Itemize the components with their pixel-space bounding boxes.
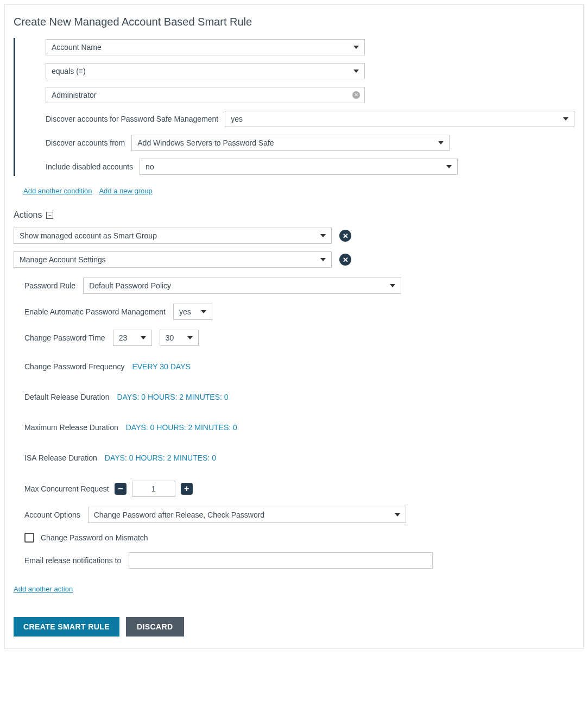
default-release-label: Default Release Duration (24, 393, 109, 401)
auto-pwd-value: yes (179, 307, 191, 316)
password-rule-label: Password Rule (24, 281, 75, 290)
change-time-minute-select[interactable]: 30 (160, 330, 199, 346)
minus-icon: − (118, 484, 123, 493)
caret-down-icon (438, 141, 444, 144)
max-release-label: Maximum Release Duration (24, 423, 118, 432)
caret-down-icon (563, 117, 568, 121)
action-select-1[interactable]: Show managed account as Smart Group (14, 228, 332, 244)
caret-down-icon (353, 46, 359, 49)
condition-value-text: Administrator (52, 91, 96, 99)
condition-field-select[interactable]: Account Name (46, 39, 365, 55)
caret-down-icon (201, 310, 206, 313)
caret-down-icon (141, 336, 146, 339)
auto-pwd-label: Enable Automatic Password Management (24, 307, 166, 316)
change-freq-label: Change Password Frequency (24, 362, 124, 371)
add-group-link[interactable]: Add a new group (99, 187, 152, 195)
max-release-value[interactable]: DAYS: 0 HOURS: 2 MINUTES: 0 (126, 423, 237, 432)
password-rule-value: Default Password Policy (89, 281, 171, 290)
caret-down-icon (446, 165, 452, 168)
discover-ps-select[interactable]: yes (225, 111, 574, 127)
include-disabled-select[interactable]: no (140, 159, 458, 175)
discover-from-select[interactable]: Add Windows Servers to Password Safe (131, 135, 450, 151)
change-freq-value[interactable]: EVERY 30 DAYS (132, 362, 190, 371)
page-title: Create New Managed Account Based Smart R… (14, 16, 574, 28)
account-options-select[interactable]: Change Password after Release, Check Pas… (88, 507, 406, 523)
remove-action-1[interactable]: ✕ (339, 230, 351, 242)
discover-ps-value: yes (231, 115, 243, 123)
include-disabled-value: no (146, 162, 154, 171)
auto-pwd-select[interactable]: yes (173, 304, 212, 320)
change-time-label: Change Password Time (24, 333, 105, 342)
actions-header-label: Actions (14, 210, 42, 220)
decrement-button[interactable]: − (115, 483, 127, 495)
caret-down-icon (187, 336, 193, 339)
discover-ps-label: Discover accounts for Password Safe Mana… (46, 115, 218, 123)
caret-down-icon (320, 234, 326, 237)
caret-down-icon (320, 258, 326, 261)
discover-from-label: Discover accounts from (46, 138, 125, 147)
manage-account-settings: Password Rule Default Password Policy En… (14, 278, 574, 569)
account-options-value: Change Password after Release, Check Pas… (94, 511, 264, 519)
change-time-hour: 23 (119, 333, 128, 342)
max-concurrent-input[interactable]: 1 (132, 481, 175, 497)
include-disabled-label: Include disabled accounts (46, 162, 133, 171)
account-options-label: Account Options (24, 511, 80, 519)
password-rule-select[interactable]: Default Password Policy (83, 278, 401, 294)
isa-release-value[interactable]: DAYS: 0 HOURS: 2 MINUTES: 0 (105, 453, 216, 462)
isa-release-label: ISA Release Duration (24, 453, 97, 462)
max-concurrent-label: Max Concurrent Request (24, 484, 109, 493)
remove-action-2[interactable]: ✕ (339, 254, 351, 266)
clear-icon[interactable]: ✕ (352, 91, 360, 99)
action-2-value: Manage Account Settings (20, 255, 106, 264)
increment-button[interactable]: + (181, 483, 193, 495)
action-select-2[interactable]: Manage Account Settings (14, 251, 332, 268)
form-buttons: CREATE SMART RULE DISCARD (14, 617, 574, 637)
condition-block: Account Name equals (=) Administrator ✕ … (14, 38, 574, 176)
condition-field-value: Account Name (52, 43, 102, 52)
add-condition-link[interactable]: Add another condition (23, 187, 92, 195)
discover-from-value: Add Windows Servers to Password Safe (137, 138, 274, 147)
condition-operator-value: equals (=) (52, 67, 86, 75)
condition-operator-select[interactable]: equals (=) (46, 63, 365, 79)
mismatch-label: Change Password on Mismatch (41, 533, 148, 542)
action-1-value: Show managed account as Smart Group (20, 231, 157, 240)
collapse-icon[interactable]: − (46, 212, 53, 219)
add-action-link[interactable]: Add another action (14, 585, 73, 593)
caret-down-icon (353, 70, 359, 73)
create-smart-rule-button[interactable]: CREATE SMART RULE (14, 617, 119, 637)
form-card: Create New Managed Account Based Smart R… (4, 4, 584, 649)
condition-value-input[interactable]: Administrator ✕ (46, 87, 365, 103)
actions-header: Actions − (14, 210, 574, 220)
change-time-minute: 30 (166, 333, 174, 342)
default-release-value[interactable]: DAYS: 0 HOURS: 2 MINUTES: 0 (117, 393, 228, 401)
condition-links: Add another condition Add a new group (23, 187, 574, 195)
caret-down-icon (390, 284, 395, 287)
plus-icon: + (184, 484, 189, 493)
mismatch-checkbox[interactable] (24, 533, 34, 543)
discard-button[interactable]: DISCARD (126, 617, 184, 637)
caret-down-icon (395, 513, 400, 516)
change-time-hour-select[interactable]: 23 (113, 330, 152, 346)
email-label: Email release notifications to (24, 556, 121, 565)
email-input[interactable] (129, 552, 433, 569)
